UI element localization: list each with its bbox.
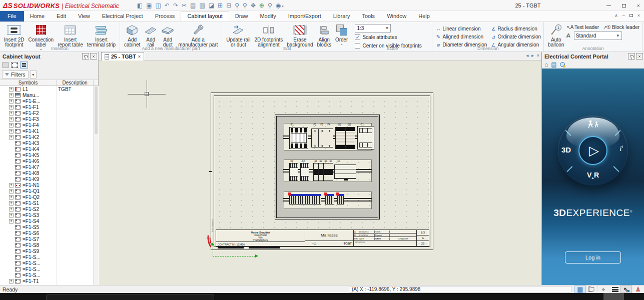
panel-view-icon[interactable]: ▤	[551, 62, 556, 68]
tab-scroll-right-icon[interactable]: ▸	[531, 53, 534, 58]
tree-row[interactable]: =F1-S7	[0, 236, 99, 242]
expand-icon[interactable]	[9, 105, 14, 110]
tab-scroll-left-icon[interactable]: ◂	[526, 53, 529, 58]
terminal-strip[interactable]	[337, 194, 344, 207]
tree-row[interactable]: Manu...	[0, 92, 99, 98]
tree-row[interactable]: =F1-S...	[0, 272, 99, 278]
add-cabinet-button[interactable]: Add cabinet	[123, 23, 142, 48]
qat-icon[interactable]: ⊟	[226, 2, 231, 8]
dimension-tool[interactable]: Ordinate dimension	[490, 32, 541, 40]
cabinet-view-icon[interactable]	[11, 62, 18, 68]
qat-icon[interactable]: ✥	[251, 2, 256, 8]
qat-icon[interactable]: ◧	[137, 2, 143, 8]
tree-row[interactable]: =F1-K7	[0, 164, 99, 170]
tree-row[interactable]: =F1-K6	[0, 158, 99, 164]
ribbon-collapse-icon[interactable]: ∧	[614, 13, 618, 18]
document-tab[interactable]: 25 - TGBT ×	[101, 52, 144, 60]
tree-row[interactable]: =F1-E...	[0, 98, 99, 104]
tree-row[interactable]: =F1-F4	[0, 122, 99, 128]
ribbon-tab[interactable]: Cabinet layout	[181, 11, 229, 22]
order-button[interactable]: Order	[334, 23, 350, 47]
erase-background-button[interactable]: Erase background	[285, 23, 314, 48]
ribbon-tab[interactable]: Edit	[51, 11, 72, 22]
qat-icon[interactable]: ▤	[190, 2, 196, 8]
tree-row[interactable]: =F1-F3	[0, 116, 99, 122]
breakers-s1-s4[interactable]	[313, 163, 333, 181]
home-icon[interactable]: ⌂	[544, 62, 548, 68]
annotation-style-select[interactable]: Standard▼	[574, 32, 622, 40]
tree-row[interactable]: =F1-K8	[0, 170, 99, 176]
insert-terminal-strip-button[interactable]: Insert terminal strip	[86, 23, 117, 48]
status-toggle-icon[interactable]	[620, 286, 632, 293]
scale-select[interactable]: 1:3▼	[355, 24, 391, 32]
auto-balloon-button[interactable]: 1 Auto balloon	[546, 23, 565, 48]
terminal-strip[interactable]	[289, 194, 321, 207]
expand-icon[interactable]	[9, 183, 14, 188]
qat-icon[interactable]: ◪	[209, 2, 214, 8]
tree-row[interactable]: =F1-S2	[0, 206, 99, 212]
log-in-button[interactable]: Log in	[565, 252, 621, 264]
drawing-canvas[interactable]: -F1-F2-F3-F4-Q1-Q2-T1 -K1-K2-S1-S2-S3-S4…	[99, 60, 541, 285]
tree-row[interactable]: =F1-Q1	[0, 188, 99, 194]
tree-row[interactable]: L1 TGBT	[0, 86, 99, 92]
tree-row[interactable]: =F1-K9	[0, 176, 99, 182]
qat-icon[interactable]: ◫	[156, 2, 161, 8]
qat-icon[interactable]: ⚲	[235, 2, 239, 8]
qat-icon[interactable]: ✂	[182, 2, 187, 8]
tab-close-icon[interactable]: ×	[138, 54, 141, 60]
dimension-tool[interactable]: Radius dimension	[490, 24, 541, 32]
tree-row[interactable]: =F1-S3	[0, 212, 99, 218]
doc-close-icon[interactable]: ×	[637, 13, 640, 18]
cabinet-footprint[interactable]: -F1-F2-F3-F4-Q1-Q2-T1 -K1-K2-S1-S2-S3-S4…	[275, 114, 380, 220]
ribbon-tab[interactable]: File	[0, 11, 24, 22]
expand-icon[interactable]	[9, 213, 14, 218]
status-toggle-icon[interactable]	[609, 286, 620, 293]
2d-footprints-alignment-button[interactable]: 2D footprints alignment	[253, 23, 285, 48]
contactor-k2[interactable]	[300, 163, 309, 181]
filters-dropdown-button[interactable]: ▼	[30, 70, 37, 78]
status-toggle-icon[interactable]	[586, 286, 597, 293]
close-panel-button[interactable]: ×	[90, 53, 97, 60]
qat-icon[interactable]: ◉	[276, 2, 284, 8]
minimize-button[interactable]	[606, 6, 611, 6]
tree-row[interactable]: =F1-K2	[0, 134, 99, 140]
ribbon-tab[interactable]: Modify	[254, 11, 282, 22]
qat-icon[interactable]: ▥	[199, 2, 205, 8]
tree-row[interactable]: =F1-S1	[0, 200, 99, 206]
compass-play-button[interactable]: ▷	[578, 136, 608, 166]
tree-row[interactable]: =F1-T1	[0, 278, 99, 284]
align-blocks-button[interactable]: Align blocks	[316, 23, 333, 48]
tab-close-all-icon[interactable]: ×	[537, 53, 539, 58]
ribbon-tab[interactable]: Help	[412, 11, 436, 22]
status-toggle-icon[interactable]	[632, 286, 643, 293]
tree-row[interactable]: =F1-F2	[0, 110, 99, 116]
qat-icon[interactable]: ↶	[165, 2, 170, 8]
tree-scrollbar[interactable]	[94, 86, 98, 285]
ribbon-tab[interactable]: Import/Export	[282, 11, 327, 22]
expand-icon[interactable]	[9, 189, 14, 194]
ribbon-tab[interactable]: Window	[381, 11, 412, 22]
tree-row[interactable]: =F1-S9	[0, 248, 99, 254]
ribbon-tab[interactable]: Home	[24, 11, 51, 22]
doc-restore-icon[interactable]	[629, 14, 633, 17]
add-rail-button[interactable]: Add rail	[143, 23, 159, 48]
tree-row[interactable]: =F1-S...	[0, 254, 99, 260]
qat-icon[interactable]: ⊞	[218, 2, 223, 8]
ribbon-tab[interactable]: Draw	[229, 11, 254, 22]
tree-row[interactable]: =F1-K1	[0, 128, 99, 134]
qat-icon[interactable]: ⊕	[259, 2, 264, 8]
tree-row[interactable]: =F1-K5	[0, 152, 99, 158]
expand-icon[interactable]	[9, 135, 14, 140]
terminal-strip[interactable]	[325, 194, 334, 207]
tree-row[interactable]: =F1-S8	[0, 242, 99, 248]
expand-icon[interactable]	[9, 219, 14, 224]
qat-icon[interactable]: ↷	[173, 2, 178, 8]
tree-row[interactable]: =F1-Q2	[0, 194, 99, 200]
filters-button[interactable]: Filters	[2, 70, 29, 78]
tree-row[interactable]: =F1-S4	[0, 218, 99, 224]
qat-icon[interactable]: ⚲	[243, 2, 247, 8]
tree-row[interactable]: =F1-S6	[0, 230, 99, 236]
contactor-k1[interactable]	[289, 163, 298, 181]
tree-row[interactable]: =F1-S...	[0, 260, 99, 266]
scale-attributes-checkbox[interactable]: Scale attributes	[355, 34, 429, 41]
